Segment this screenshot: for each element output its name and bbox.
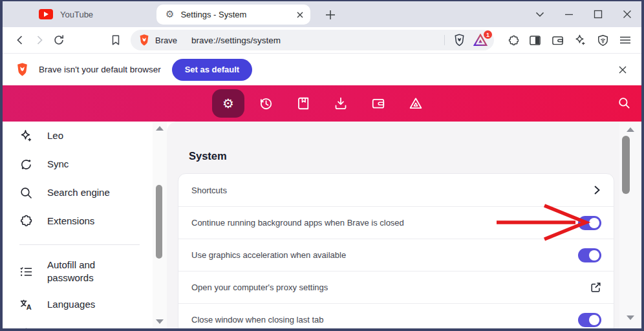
active-pill: ⚙ bbox=[212, 89, 244, 118]
scroll-down-arrow-icon[interactable] bbox=[627, 315, 634, 320]
row-label: Open your computer's proxy settings bbox=[191, 283, 328, 292]
minimize-icon[interactable] bbox=[554, 1, 583, 27]
new-tab-button[interactable] bbox=[323, 8, 338, 22]
page-title: System bbox=[189, 150, 227, 162]
toggle-knob bbox=[589, 315, 599, 325]
vpn-shield-icon[interactable] bbox=[594, 30, 611, 50]
sidebar-scrollbar[interactable] bbox=[153, 122, 167, 328]
set-as-default-button[interactable]: Set as default bbox=[172, 59, 253, 81]
toolbar-right-icons bbox=[504, 30, 634, 50]
toggle-knob bbox=[589, 250, 599, 261]
settings-gear-icon: ⚙ bbox=[166, 10, 174, 19]
search-icon bbox=[19, 186, 33, 200]
address-bar[interactable]: Brave brave://settings/system 1 bbox=[131, 30, 494, 50]
infobar-message: Brave isn't your default browser bbox=[39, 65, 161, 74]
external-link-icon bbox=[590, 282, 601, 293]
close-icon[interactable] bbox=[612, 1, 641, 27]
extensions-puzzle-icon[interactable] bbox=[504, 30, 521, 50]
background-apps-toggle[interactable] bbox=[578, 216, 601, 230]
search-icon[interactable] bbox=[617, 96, 631, 110]
tab-search-chevron-icon[interactable] bbox=[525, 1, 554, 27]
row-graphics-acceleration[interactable]: Use graphics acceleration when available bbox=[178, 239, 614, 271]
youtube-icon bbox=[39, 9, 53, 19]
reload-icon[interactable] bbox=[49, 30, 69, 50]
settings-content: Leo Sync Search engine Extensions Autofi… bbox=[3, 122, 641, 328]
rewards-badge: 1 bbox=[484, 30, 492, 39]
brave-rewards-triangle-icon[interactable]: 1 bbox=[473, 34, 488, 47]
settings-navbar: ⚙ bbox=[3, 85, 641, 122]
scroll-down-arrow-icon[interactable] bbox=[156, 319, 164, 324]
content-scrollbar[interactable] bbox=[619, 122, 641, 328]
sidebar-item-search-engine[interactable]: Search engine bbox=[3, 178, 153, 207]
downloads-icon bbox=[19, 326, 33, 329]
sidebar-item-extensions[interactable]: Extensions bbox=[3, 207, 153, 235]
sidebar-item-leo[interactable]: Leo bbox=[3, 122, 153, 150]
scrollbar-thumb[interactable] bbox=[622, 136, 630, 194]
settings-gear-icon: ⚙ bbox=[222, 97, 234, 110]
toggle-knob bbox=[589, 218, 599, 228]
rewards-triangle-icon[interactable] bbox=[397, 85, 435, 122]
wallet-icon[interactable] bbox=[360, 85, 397, 122]
leo-sparkle-icon[interactable] bbox=[572, 30, 588, 50]
navbar-settings-button[interactable]: ⚙ bbox=[209, 85, 247, 122]
sidebar-label: Languages bbox=[47, 298, 95, 311]
scroll-up-arrow-icon[interactable] bbox=[156, 126, 164, 131]
sidebar-label: Sync bbox=[47, 158, 69, 171]
navbar-icons: ⚙ bbox=[209, 85, 435, 122]
sidebar-label: Leo bbox=[47, 129, 63, 142]
row-background-apps[interactable]: Continue running background apps when Br… bbox=[178, 206, 614, 239]
tab-youtube[interactable]: YouTube bbox=[39, 1, 93, 27]
sidebar-item-downloads[interactable]: Downloads bbox=[3, 319, 153, 328]
row-close-window-last-tab[interactable]: Close window when closing last tab bbox=[178, 303, 614, 328]
graphics-acceleration-toggle[interactable] bbox=[578, 248, 601, 262]
bookmark-icon[interactable] bbox=[106, 30, 125, 50]
row-proxy-settings[interactable]: Open your computer's proxy settings bbox=[178, 271, 614, 303]
close-window-toggle[interactable] bbox=[578, 313, 601, 327]
row-label: Continue running background apps when Br… bbox=[191, 218, 404, 228]
sidebar-item-autofill[interactable]: Autofill and passwords bbox=[3, 253, 153, 290]
tab-title: Settings - System bbox=[180, 10, 296, 19]
address-separator bbox=[444, 35, 445, 45]
history-icon[interactable] bbox=[247, 85, 284, 122]
sidebar-label: Downloads bbox=[47, 326, 95, 328]
sync-icon bbox=[19, 158, 33, 171]
tab-close-icon[interactable] bbox=[296, 11, 304, 19]
scroll-up-arrow-icon[interactable] bbox=[627, 127, 634, 132]
svg-text:A: A bbox=[27, 303, 32, 311]
brave-lion-icon bbox=[16, 62, 29, 77]
brave-lion-icon bbox=[138, 34, 150, 47]
row-label: Use graphics acceleration when available bbox=[191, 250, 346, 260]
tab-settings-system[interactable]: ⚙ Settings - System bbox=[156, 5, 310, 25]
browser-window: YouTube ⚙ Settings - System bbox=[3, 1, 641, 328]
url-text: brave://settings/system bbox=[191, 36, 281, 45]
back-icon[interactable] bbox=[10, 30, 30, 50]
sidebar-divider bbox=[19, 244, 140, 245]
brave-shields-icon[interactable] bbox=[451, 30, 467, 50]
site-label: Brave bbox=[155, 36, 177, 45]
window-controls bbox=[525, 1, 641, 27]
sidebar-panel-icon[interactable] bbox=[526, 30, 543, 50]
wallet-icon[interactable] bbox=[549, 30, 566, 50]
toolbar: Brave brave://settings/system 1 bbox=[3, 27, 641, 53]
menu-hamburger-icon[interactable] bbox=[617, 30, 634, 50]
scrollbar-thumb[interactable] bbox=[156, 185, 162, 259]
row-shortcuts[interactable]: Shortcuts bbox=[178, 174, 614, 206]
tab-title: YouTube bbox=[60, 10, 93, 19]
sidebar-label: Extensions bbox=[47, 215, 94, 228]
autofill-list-icon bbox=[19, 265, 33, 279]
bookmarks-book-icon[interactable] bbox=[284, 85, 322, 122]
infobar-close-icon[interactable] bbox=[618, 65, 627, 74]
leo-sparkle-icon bbox=[19, 129, 33, 143]
chevron-right-icon bbox=[592, 185, 601, 195]
maximize-icon[interactable] bbox=[583, 1, 612, 27]
downloads-icon[interactable] bbox=[322, 85, 360, 122]
system-settings-pane: System Shortcuts Continue running backgr… bbox=[167, 122, 619, 328]
sidebar-item-languages[interactable]: A Languages bbox=[3, 290, 153, 319]
row-label: Close window when closing last tab bbox=[191, 315, 324, 325]
sidebar-label: Search engine bbox=[47, 186, 110, 199]
sidebar-label: Autofill and passwords bbox=[47, 259, 118, 285]
forward-icon[interactable] bbox=[30, 30, 49, 50]
extensions-puzzle-icon bbox=[19, 215, 33, 228]
row-label: Shortcuts bbox=[191, 186, 227, 195]
sidebar-item-sync[interactable]: Sync bbox=[3, 150, 153, 178]
